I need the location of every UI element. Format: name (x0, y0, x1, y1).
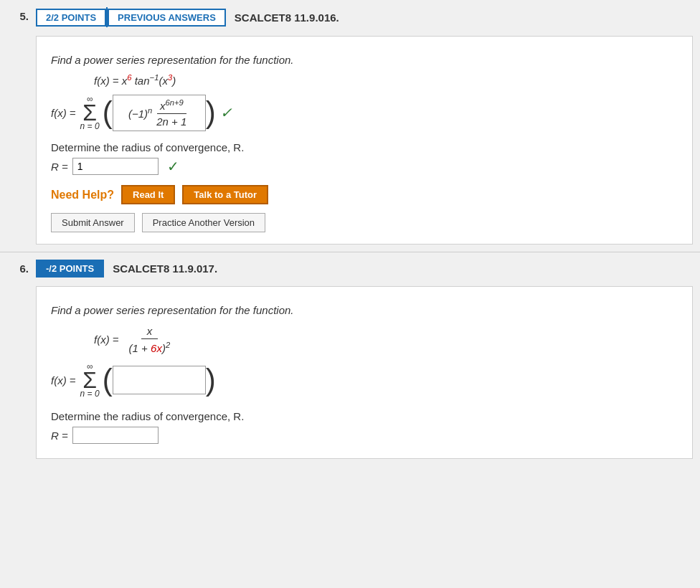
problem-6-id: SCALCET8 11.9.017. (113, 262, 217, 275)
neg1-n: (−1)n (128, 106, 152, 120)
fraction-denominator: 2n + 1 (153, 114, 189, 128)
series-6-input[interactable] (113, 366, 206, 394)
open-double-paren: ( (103, 98, 113, 128)
problem-6-number: 6. (19, 262, 29, 275)
problem-6-content: Find a power series representation for t… (36, 286, 693, 459)
func-denominator: (1 + 6x)2 (123, 339, 176, 354)
func-fraction: x (1 + 6x)2 (123, 325, 176, 354)
problem-6-section: 6. -/2 POINTS SCALCET8 11.9.017. Find a … (0, 252, 700, 466)
r-6-label: R = (51, 430, 68, 442)
sigma-6-notation: ∞ Σ n = 0 (80, 361, 100, 399)
r-6-input[interactable] (72, 427, 159, 444)
problem-6-series: f(x) = ∞ Σ n = 0 ( ) (51, 361, 678, 399)
problem-6-description: Find a power series representation for t… (51, 304, 678, 316)
problem-5-actions: Submit Answer Practice Another Version (51, 213, 678, 232)
points-badge[interactable]: 2/2 POINTS (36, 9, 106, 27)
read-it-button[interactable]: Read It (121, 185, 175, 204)
convergence-section: Determine the radius of convergence, R. … (51, 141, 678, 175)
open-paren-6: ( (103, 365, 113, 395)
problem-6-badge-row: -/2 POINTS SCALCET8 11.9.017. (36, 260, 693, 278)
fraction-display: x6n+9 2n + 1 (153, 98, 189, 128)
r-6-row: R = (51, 427, 678, 444)
answer-numerator-row: (−1)n x6n+9 2n + 1 (128, 98, 189, 128)
exp-neg1: −1 (150, 73, 159, 82)
problem-6-function: f(x) = x (1 + 6x)2 (94, 325, 678, 354)
talk-tutor-button[interactable]: Talk to a Tutor (182, 185, 268, 204)
fraction-numerator: x6n+9 (157, 98, 186, 114)
close-paren-6: ) (206, 365, 216, 395)
prev-answers-badge[interactable]: PREVIOUS ANSWERS (108, 9, 226, 27)
r-row: R = ✓ (51, 158, 678, 175)
correct-checkmark: ✓ (220, 104, 232, 121)
func-numerator: x (141, 325, 159, 339)
problem-5-content: Find a power series representation for t… (36, 36, 693, 245)
convergence-label: Determine the radius of convergence, R. (51, 141, 678, 153)
sigma-notation: ∞ Σ n = 0 (80, 94, 100, 131)
problem-5-id: SCALCET8 11.9.016. (235, 11, 339, 24)
problem-5-section: 5. 2/2 POINTS PREVIOUS ANSWERS SCALCET8 … (0, 0, 700, 252)
convergence-6-section: Determine the radius of convergence, R. … (51, 410, 678, 444)
series6-fx-label: f(x) = (51, 374, 76, 387)
exp-6: 6 (127, 73, 131, 82)
need-help-label: Need Help? (51, 189, 114, 201)
need-help-section: Need Help? Read It Talk to a Tutor (51, 185, 678, 204)
func-fx-label: f(x) = (94, 333, 119, 346)
r-checkmark: ✓ (167, 158, 179, 175)
exp-3: 3 (168, 73, 172, 82)
answer-box-series: (−1)n x6n+9 2n + 1 (113, 95, 206, 131)
r-input[interactable] (72, 158, 159, 175)
series-fx-label: f(x) = (51, 107, 76, 119)
problem-5-function: f(x) = x6 tan−1(x3) (94, 73, 678, 87)
problem-5-number: 5. (19, 10, 29, 22)
submit-answer-button[interactable]: Submit Answer (51, 213, 135, 232)
problem-5-series: f(x) = ∞ Σ n = 0 ( (−1)n (51, 94, 678, 131)
problem-5-badge-row: 2/2 POINTS PREVIOUS ANSWERS SCALCET8 11.… (36, 7, 693, 27)
close-double-paren: ) (206, 98, 216, 128)
problem-6-points-badge[interactable]: -/2 POINTS (36, 260, 104, 278)
practice-another-button[interactable]: Practice Another Version (142, 213, 265, 232)
problem-5-description: Find a power series representation for t… (51, 54, 678, 66)
exp-6n9: 6n+9 (165, 98, 183, 107)
convergence-6-label: Determine the radius of convergence, R. (51, 410, 678, 422)
r-label: R = (51, 161, 68, 173)
